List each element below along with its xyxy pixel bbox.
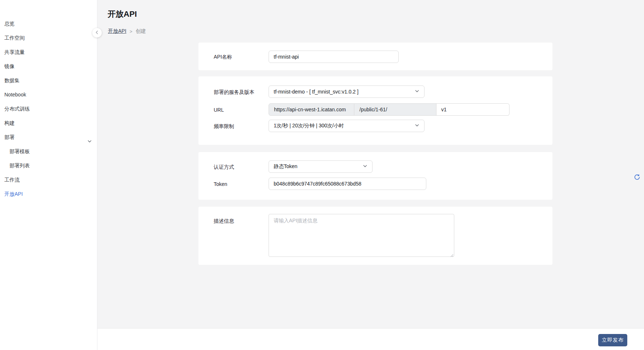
sidebar-item-label: 部署列表 [9,163,30,168]
sidebar-item-build[interactable]: 构建 [0,116,97,130]
sidebar-menu: 总览 工作空间 共享流量 镜像 数据集 Notebook 分布式训练 构建 部署… [0,17,97,201]
sidebar-item-label: 部署 [4,134,15,140]
rate-limit-value: 1次/秒 | 20次/分钟 | 300次/小时 [274,123,415,129]
sidebar-item-overview[interactable]: 总览 [0,17,97,31]
breadcrumb: 开放API > 创建 [108,28,146,35]
open-api-create-page: 总览 工作空间 共享流量 镜像 数据集 Notebook 分布式训练 构建 部署… [0,0,644,350]
sidebar-item-shared-traffic[interactable]: 共享流量 [0,45,97,59]
api-name-label: API名称 [214,54,232,60]
url-group: https://api-cn-west-1.icatan.com /public… [269,103,510,116]
breadcrumb-separator: > [130,29,133,34]
card-service-config: 部署的服务及版本 tf-mnist-demo - [ tf_mnist_svc:… [198,76,552,145]
url-path-segment: /public/1-61/ [354,103,436,116]
page-title: 开放API [108,9,137,20]
breadcrumb-current: 创建 [136,28,146,35]
sidebar-item-deploy[interactable]: 部署 [0,130,97,144]
sidebar-item-label: 镜像 [4,63,15,69]
sidebar-item-images[interactable]: 镜像 [0,59,97,73]
service-version-select[interactable]: tf-mnist-demo - [ tf_mnist_svc:v1.0.2 ] [269,85,424,98]
sidebar-item-datasets[interactable]: 数据集 [0,73,97,88]
sidebar-item-label: 部署模板 [9,148,30,154]
chevron-down-icon [415,123,419,129]
service-version-label: 部署的服务及版本 [214,89,254,96]
sidebar-item-label: 开放API [4,191,23,197]
sidebar-item-distributed-training[interactable]: 分布式训练 [0,102,97,116]
auth-method-value: 静态Token [274,163,363,170]
refresh-icon [633,174,641,182]
chevron-down-icon [415,89,419,95]
sidebar-item-open-api[interactable]: 开放API [0,187,97,201]
card-description: 描述信息 [198,207,552,265]
description-textarea[interactable] [269,214,454,257]
auth-method-label: 认证方式 [214,164,234,171]
description-label: 描述信息 [214,218,234,224]
chevron-left-icon [95,29,99,36]
breadcrumb-link-open-api[interactable]: 开放API [108,28,126,35]
sidebar-item-deploy-template[interactable]: 部署模板 [0,144,97,159]
sidebar-item-label: 总览 [4,21,15,27]
sidebar-item-label: 共享流量 [4,49,25,55]
sidebar-item-notebook[interactable]: Notebook [0,88,97,102]
url-base-segment: https://api-cn-west-1.icatan.com [269,103,354,116]
url-label: URL [214,107,224,113]
sidebar-item-label: 工作流 [4,177,20,183]
token-input[interactable] [269,178,426,190]
chevron-down-icon [363,164,367,170]
url-suffix-input[interactable] [436,103,510,116]
api-name-input[interactable] [269,51,399,63]
sidebar: 总览 工作空间 共享流量 镜像 数据集 Notebook 分布式训练 构建 部署… [0,0,97,350]
auth-method-select[interactable]: 静态Token [269,160,373,173]
collapse-sidebar-button[interactable] [92,28,102,37]
sidebar-item-deploy-list[interactable]: 部署列表 [0,159,97,173]
footer-bar [97,328,644,350]
service-version-value: tf-mnist-demo - [ tf_mnist_svc:v1.0.2 ] [274,89,415,95]
sidebar-item-label: Notebook [4,92,26,98]
sidebar-item-label: 分布式训练 [4,106,30,112]
sidebar-item-label: 构建 [4,120,15,126]
rate-limit-label: 频率限制 [214,123,234,130]
sidebar-item-workspace[interactable]: 工作空间 [0,31,97,45]
sidebar-item-label: 数据集 [4,77,20,83]
token-label: Token [214,181,227,187]
rate-limit-select[interactable]: 1次/秒 | 20次/分钟 | 300次/小时 [269,120,424,132]
sidebar-item-workflow[interactable]: 工作流 [0,173,97,187]
card-api-name: API名称 [198,43,552,70]
publish-button[interactable]: 立即发布 [598,334,627,346]
sidebar-item-label: 工作空间 [4,35,25,41]
card-auth: 认证方式 静态Token Token [198,152,552,200]
refresh-token-button[interactable] [633,174,641,182]
description-textarea-wrap [269,214,454,257]
